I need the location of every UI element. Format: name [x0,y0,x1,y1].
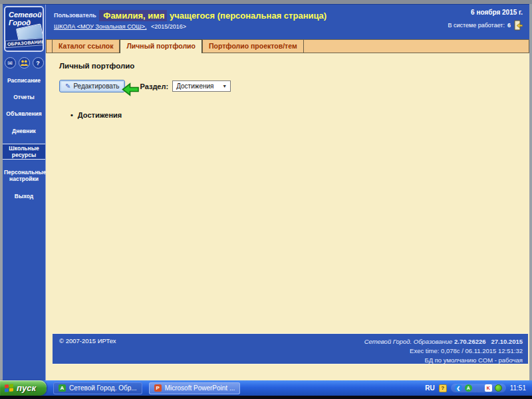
tray-icons: ❮ A K [451,384,506,392]
help-icon[interactable]: ? [33,57,44,68]
start-button-label: пуск [17,383,36,393]
logout-door-icon[interactable] [513,20,523,31]
product-name: Сетевой Город. Образование [364,338,453,345]
edit-button[interactable]: ✎ Редактировать [59,80,125,92]
page-footer: © 2007-2015 ИРТех Сетевой Город. Образов… [53,333,528,364]
sidebar-icon-row: ✉ ? [5,57,44,68]
start-button[interactable]: пуск [0,380,47,396]
section-select[interactable]: Достижения ▼ [172,80,231,92]
windows-logo-icon [5,384,13,392]
tab-personal-portfolio[interactable]: Личный портфолио [120,39,202,53]
sidebar-item-announcements[interactable]: Объявления [3,110,45,118]
chevron-down-icon: ▼ [222,84,227,88]
taskbar-task-netcity[interactable]: A Сетевой Город. Обр... [53,382,142,394]
kaspersky-tray-icon[interactable]: K [485,384,492,392]
portfolio-section-item[interactable]: • Достижения [70,111,529,119]
network-tray-icon[interactable] [475,384,482,392]
db-line: БД по умолчанию COM - рабочая [364,356,523,365]
tab-filler-right [304,39,529,53]
tab-bar: Каталог ссылок Личный портфолио Портфоли… [46,39,529,53]
content-heading: Личный портфолио [59,62,529,70]
tab-project-portfolio[interactable]: Портфолио проектов/тем [202,39,304,53]
current-date: 6 ноября 2015 г. [448,9,523,16]
mail-icon[interactable]: ✉ [5,57,16,68]
antivirus-a-tray-icon[interactable]: A [465,384,472,392]
sidebar-item-reports[interactable]: Отчеты [3,93,45,101]
sidebar-item-schedule[interactable]: Расписание [3,76,45,84]
sidebar-item-diary[interactable]: Дневник [3,127,45,135]
section-label: Раздел: [140,82,168,90]
task-label: Microsoft PowerPoint ... [165,384,235,392]
content-body: Личный портфолио ✎ Редактировать Раздел:… [46,53,529,333]
page-title: учащегося (персональная страница) [167,11,327,21]
school-year: <2015/2016> [151,23,186,30]
sidebar-item-exit[interactable]: Выход [3,192,45,200]
taskbar: пуск A Сетевой Город. Обр... P Microsoft… [0,380,532,396]
sidebar-menu: Расписание Отчеты Объявления Дневник Шко… [3,76,45,209]
logo-line1: Сетевой [5,7,43,19]
edit-button-label: Редактировать [73,82,119,90]
bullet-icon: • [70,111,73,119]
online-count: 6 [507,22,511,29]
sidebar: Сетевой Город ОБРАЗОВАНИЕ ✉ ? Расписание… [3,5,46,380]
sidebar-item-personal-settings[interactable]: Персональные настройки [3,168,45,183]
netcity-app-icon: A [59,384,66,392]
pencil-icon: ✎ [65,82,70,90]
tray-help-icon[interactable]: ? [439,384,447,392]
section-select-value: Достижения [176,82,213,90]
system-tray: RU ? ❮ A K 11:51 [425,384,532,392]
app-logo: Сетевой Город ОБРАЗОВАНИЕ [4,6,44,52]
controls-row: ✎ Редактировать Раздел: Достижения ▼ [59,76,529,96]
portfolio-section-label: Достижения [78,111,122,119]
app-window: Сетевой Город ОБРАЗОВАНИЕ ✉ ? Расписание… [3,4,529,380]
version-number: 2.70.26226 27.10.2015 [452,338,523,345]
users-icon[interactable] [19,57,30,68]
status-green-tray-icon[interactable] [495,384,502,392]
sidebar-item-school-resources[interactable]: Школьные ресурсы [3,144,45,160]
taskbar-clock[interactable]: 11:51 [510,384,526,392]
footer-spacer [46,364,529,380]
online-label: В системе работает: [448,22,505,29]
task-label: Сетевой Город. Обр... [69,384,137,392]
powerpoint-icon: P [154,384,162,392]
pointer-arrow-icon [122,82,140,96]
school-link[interactable]: ШКОЛА <МОУ Зональная СОШ>, [54,23,147,30]
messenger-tray-icon[interactable]: ❮ [455,384,462,392]
taskbar-task-powerpoint[interactable]: P Microsoft PowerPoint ... [149,382,241,394]
version-line: Сетевой Город. Образование 2.70.26226 27… [364,337,523,346]
footer-info: Сетевой Город. Образование 2.70.26226 27… [364,337,523,364]
logo-banner: ОБРАЗОВАНИЕ [5,38,44,48]
main-area: Пользователь Фамилия, имя учащегося (пер… [46,5,529,380]
copyright: © 2007-2015 ИРТех [59,337,116,364]
online-status: В системе работает: 6 [448,20,523,31]
exec-time-line: Exec time: 0,078с / 06.11.2015 12:51:32 [364,346,523,356]
page-header: Пользователь Фамилия, имя учащегося (пер… [46,5,529,39]
header-right: 6 ноября 2015 г. В системе работает: 6 [448,9,523,31]
tab-link-catalog[interactable]: Каталог ссылок [52,39,120,53]
window-frame-bottom [0,396,532,399]
page-title-highlight: Фамилия, имя [99,10,167,21]
tab-filler-left [46,39,52,53]
user-label: Пользователь [54,12,96,19]
language-indicator[interactable]: RU [425,384,434,392]
